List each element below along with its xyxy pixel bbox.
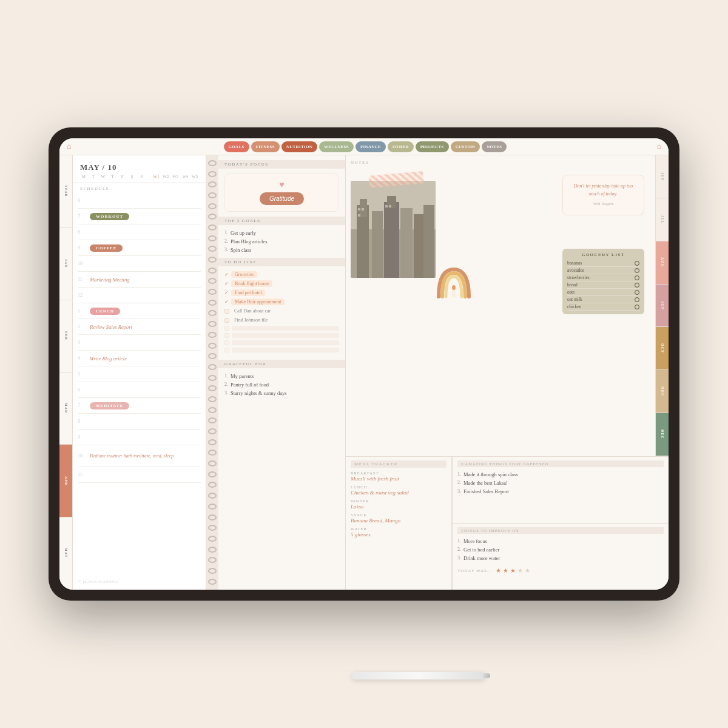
grateful-3: 3. Starry nights & sunny days	[224, 389, 339, 397]
tablet-screen: ⌂ GOALSFITNESSNUTRITIONWELLNESSFINANCEOT…	[59, 138, 669, 590]
goals-header: TOP 3 GOALS	[218, 217, 345, 225]
heart-icon: ♥	[279, 180, 284, 190]
grateful-list: 1. My parents 2. Pantry full of food 3. …	[218, 371, 345, 401]
date-header: MAY / 10 M T W T F S S W1 W2 W3 W	[73, 160, 206, 183]
nav-tab-nutrition[interactable]: NUTRITION	[281, 141, 317, 152]
nav-tab-wellness[interactable]: WELLNESS	[319, 141, 354, 152]
tab-dec[interactable]: DEC	[656, 413, 669, 456]
time-slot-4: 4 Write Blog article	[78, 351, 201, 366]
tab-feb[interactable]: FEB	[59, 300, 72, 372]
grocery-check-1	[635, 268, 639, 273]
amazing-label: 3 AMAZING THINGS THAT HAPPENED	[457, 460, 664, 467]
todo-unchecked-2: Find Johnson file	[224, 315, 339, 325]
middle-panel: TODAY'S FOCUS ♥ Gratitude TOP 3 GOALS 1.…	[218, 155, 346, 590]
tab-jun[interactable]: JUN	[656, 155, 669, 198]
goal-3: 3. Spin class	[224, 246, 339, 254]
nav-tab-fitness[interactable]: FITNESS	[251, 141, 280, 152]
city-photo	[351, 181, 436, 278]
side-tabs: YEAR JAN FEB MAR APR MAY	[59, 155, 73, 590]
notes-area: NOTES	[346, 155, 669, 456]
lunch-banner: LUNCH	[90, 308, 120, 315]
grocery-item-3: bread	[567, 281, 639, 289]
time-slot-10b: 10 Bedtime routine: bath meditate, read,…	[78, 445, 201, 467]
time-slot-8: 8	[78, 224, 201, 240]
meal-breakfast: BREAKFAST Muesli with fresh fruit	[351, 471, 447, 482]
grocery-items: bananasavocadosstrawberriesbreadoatsoat …	[567, 260, 639, 311]
star-3: ★	[510, 567, 516, 574]
grocery-item-4: oats	[567, 289, 639, 296]
workout-banner: WORKOUT	[90, 213, 129, 220]
time-slot-8b: 8	[78, 414, 201, 430]
nav-tab-finance[interactable]: FINANCE	[356, 141, 386, 152]
tab-may[interactable]: MAY	[59, 517, 72, 590]
gratitude-button[interactable]: Gratitude	[260, 192, 304, 205]
goal-1: 1. Get up early	[224, 229, 339, 237]
improve-3: 3. Drink more water	[457, 554, 664, 562]
focus-box: ♥ Gratitude	[224, 174, 339, 212]
tab-jul[interactable]: JUL	[656, 198, 669, 241]
tab-nov[interactable]: NOV	[656, 370, 669, 413]
sales-report: Review Sales Report	[90, 324, 132, 330]
svg-rect-5	[384, 202, 399, 278]
home-icon-left[interactable]: ⌂	[67, 142, 71, 151]
grocery-check-6	[635, 305, 639, 309]
content-wrapper: MAY / 10 M T W T F S S W1 W2 W3 W	[73, 155, 669, 590]
time-slot-7: 7 WORKOUT	[78, 209, 201, 224]
tab-mar[interactable]: MAR	[59, 372, 72, 445]
time-slot-3: 3	[78, 335, 201, 351]
nav-tab-custom[interactable]: CUSTOM	[451, 141, 480, 152]
star-1: ★	[496, 567, 501, 574]
pencil-tip	[483, 673, 490, 678]
todo-list: ✓ Groceries ✓ Book flight home ✓ Find pe…	[218, 269, 345, 357]
star-4: ★	[517, 567, 523, 574]
rainbow-sticker	[433, 263, 475, 302]
meal-lunch: LUNCH Chicken & roast veg salad	[351, 485, 447, 496]
todo-checked-1: ✓ Groceries	[224, 270, 339, 279]
nav-tab-goals[interactable]: GOALS	[224, 141, 249, 152]
quote-box: Don't let yesterday take up too much of …	[562, 175, 644, 215]
amazing-1: 1. Made it through spin class	[457, 470, 664, 479]
tab-oct[interactable]: OCT	[656, 327, 669, 370]
grocery-check-3	[635, 283, 639, 288]
amazing-2: 2. Made the best Laksa!	[457, 479, 664, 487]
tab-jan[interactable]: JAN	[59, 228, 72, 300]
grateful-1: 1. My parents	[224, 372, 339, 380]
blog-article: Write Blog article	[90, 356, 127, 362]
coffee-banner: COFFEE	[90, 244, 123, 252]
grateful-2: 2. Pantry full of food	[224, 380, 339, 389]
amazing-things: 3 AMAZING THINGS THAT HAPPENED 1. Made i…	[453, 457, 669, 524]
meal-dinner: DINNER Laksa	[351, 499, 447, 510]
tab-sep[interactable]: SEP	[656, 285, 669, 328]
svg-rect-8	[414, 214, 423, 278]
time-slot-10: 10	[78, 256, 201, 272]
improve-1: 1. More focus	[457, 537, 664, 545]
right-panel: NOTES	[346, 155, 669, 590]
main-area: YEAR JAN FEB MAR APR MAY MAY / 10 M T W	[59, 155, 669, 590]
stars-row: ★ ★ ★ ★ ★	[496, 567, 530, 574]
tab-year[interactable]: YEAR	[59, 155, 72, 228]
improve-label: THINGS TO IMPROVE ON	[457, 527, 664, 534]
time-slot-9: 9 COFFEE	[78, 240, 201, 256]
spiral-divider	[206, 155, 218, 590]
svg-rect-4	[372, 211, 383, 278]
tab-apr[interactable]: APR	[59, 445, 72, 517]
tab-aug[interactable]: AUG	[656, 241, 669, 285]
time-slot-7b: 7 MEDITATE	[78, 398, 201, 414]
todo-unchecked-1: Call Dan about car	[224, 306, 339, 315]
right-bottom: 3 AMAZING THINGS THAT HAPPENED 1. Made i…	[452, 457, 669, 590]
time-slot-11b: 11	[78, 467, 201, 483]
svg-rect-7	[400, 208, 413, 278]
improve-2: 2. Get to bed earlier	[457, 545, 664, 554]
nav-tab-notes[interactable]: NOTES	[482, 141, 507, 152]
time-slot-5: 5	[78, 366, 201, 382]
nav-tab-other[interactable]: OTHER	[388, 141, 414, 152]
grocery-item-6: chicken	[567, 303, 639, 311]
grocery-check-5	[635, 297, 639, 302]
todo-checked-4: ✓ Make Hair appointment	[224, 297, 339, 306]
nav-tab-projects[interactable]: PROJECTS	[416, 141, 449, 152]
notes-section: NOTES	[346, 155, 655, 456]
marketing-meeting: Marketing Meeting	[90, 277, 129, 283]
time-slot-1: 1 LUNCH	[78, 303, 201, 319]
meditate-banner: MEDITATE	[90, 402, 129, 410]
home-icon-right[interactable]: ⌂	[657, 142, 661, 151]
